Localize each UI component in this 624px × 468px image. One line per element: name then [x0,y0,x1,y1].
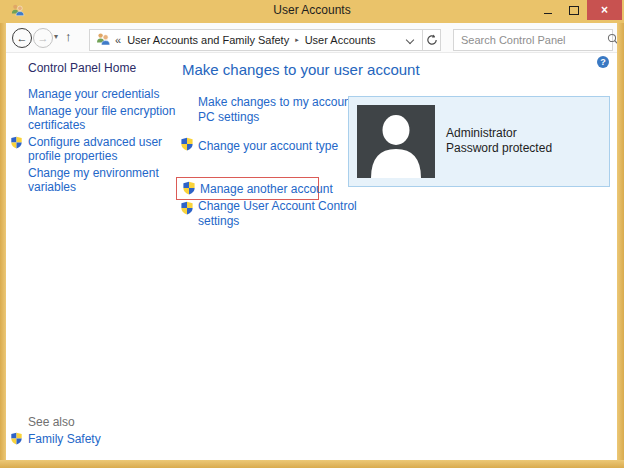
account-name: Administrator [446,126,552,141]
link-change-account-type[interactable]: Change your account type [198,139,338,154]
uac-shield-icon [180,201,194,218]
avatar [357,105,435,178]
sidebar-item-manage-credentials[interactable]: Manage your credentials [28,87,183,101]
see-also-header: See also [28,415,75,429]
up-arrow-icon: ↑ [65,29,72,44]
close-icon: × [601,3,608,17]
chevron-down-icon: ▾ [54,32,58,41]
address-dropdown-icon[interactable] [406,36,414,44]
sidebar-item-control-panel-home[interactable]: Control Panel Home [28,61,136,75]
breadcrumb-separator-icon: ▸ [295,36,299,44]
uac-shield-icon [182,181,196,198]
sidebar-item-advanced-user-profile[interactable]: Configure advanced user profile properti… [28,135,183,163]
window-border-bottom [0,460,624,468]
sidebar-item-family-safety[interactable]: Family Safety [28,432,183,446]
search-input[interactable] [454,34,607,46]
search-box[interactable] [453,29,613,51]
navigation-bar: ← → ▾ ↑ « User Accounts and Family Safet… [1,23,623,53]
back-icon: ← [17,33,28,44]
breadcrumb-item-family-safety[interactable]: User Accounts and Family Safety [127,34,289,46]
uac-shield-icon [10,136,23,152]
sidebar-item-environment-variables[interactable]: Change my environment variables [28,166,183,194]
account-status: Password protected [446,141,552,156]
title-bar: User Accounts [0,0,624,23]
recent-pages-dropdown[interactable]: ▾ [54,32,58,41]
link-change-uac-settings[interactable]: Change User Account Control settings [198,199,378,229]
maximize-button[interactable] [561,0,587,20]
minimize-icon [544,13,552,14]
uac-shield-icon [10,432,23,448]
minimize-button[interactable] [535,0,561,20]
window-border-right [617,23,624,468]
breadcrumb-overflow-indicator[interactable]: « [115,34,121,46]
help-icon: ? [600,57,606,67]
link-manage-another-account[interactable]: Manage another account [200,182,333,197]
page-title: Make changes to your user account [182,61,420,78]
breadcrumb-item-user-accounts[interactable]: User Accounts [305,34,376,46]
forward-icon: → [38,33,49,44]
sidebar-item-file-encryption-certificates[interactable]: Manage your file encryption certificates [28,104,183,132]
address-bar[interactable]: « User Accounts and Family Safety ▸ User… [89,29,441,51]
up-button[interactable]: ↑ [65,29,72,44]
uac-shield-icon [180,137,194,154]
refresh-button[interactable] [423,30,440,50]
close-button[interactable]: × [587,0,622,20]
refresh-icon [426,34,438,46]
forward-button[interactable]: → [33,28,53,48]
account-panel: Administrator Password protected [348,96,610,187]
user-accounts-window: User Accounts [0,0,624,468]
help-button[interactable]: ? [597,56,609,68]
user-accounts-breadcrumb-icon [95,32,111,49]
window-border-left [0,23,6,468]
user-silhouette-icon [357,105,435,178]
maximize-icon [569,6,579,15]
window-title: User Accounts [0,3,624,17]
back-button[interactable]: ← [12,28,32,48]
